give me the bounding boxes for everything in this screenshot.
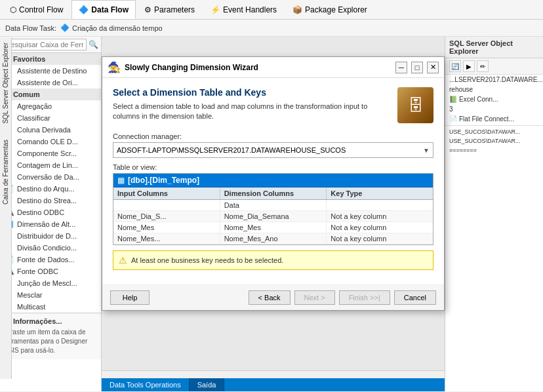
connect-button[interactable]: ▶ — [463, 60, 475, 72]
select-arrow-icon: ▼ — [423, 147, 430, 154]
dialog-body: Select a Dimension Table and Keys Select… — [102, 78, 444, 284]
conn-str-1[interactable]: USE_SUCOS\DATAWAR... — [445, 127, 543, 136]
tab-package-explorer[interactable]: 📦 Package Explorer — [285, 0, 374, 19]
sql-server-explorer-label: SQL Server Object Explorer — [449, 39, 513, 55]
table-row[interactable]: Nome_Dia_S... Nome_Dia_Semana Not a key … — [113, 211, 433, 222]
status-tab-saida[interactable]: Saída — [190, 378, 225, 391]
db-icon: 🗄 — [408, 96, 424, 115]
refresh-button[interactable]: 🔄 — [449, 60, 461, 72]
tab-event-handlers[interactable]: ⚡ Event Handlers — [203, 0, 284, 19]
toolbox-sidebar: 🔍 ▲ Favoritos → Assistente de Destino ← … — [0, 37, 102, 391]
dialog-overlay: 🧙 Slowly Changing Dimension Wizard ─ □ ✕… — [102, 37, 445, 391]
conn-str-2[interactable]: USE_SUCOS\DATAWAR... — [445, 136, 543, 146]
caixa-ferramentas-tab[interactable]: Caixa de Ferramentas — [1, 134, 10, 210]
finish-button[interactable]: Finish >>| — [339, 290, 390, 305]
sidebar-item-distribuidor[interactable]: ⤷ Distribuidor de D... — [0, 230, 101, 242]
status-tab-data-tools[interactable]: Data Tools Operations — [102, 378, 190, 391]
top-tab-bar: ⬡ Control Flow 🔷 Data Flow ⚙ Parameters … — [0, 0, 543, 20]
sidebar-item-fonte-odbc[interactable]: 🔌 Fonte ODBC — [0, 265, 101, 277]
connection-select[interactable]: ADSOFT-LAPTOP\MSSQLSERVER2017.DATAWAREHO… — [113, 142, 433, 158]
table-header: Input Columns Dimension Columns Key Type — [113, 187, 433, 200]
server-item-2[interactable]: rehouse — [445, 85, 543, 94]
sidebar-item-classificar[interactable]: ↕ Classificar — [0, 112, 101, 124]
next-button[interactable]: Next > — [294, 290, 335, 305]
back-button[interactable]: < Back — [249, 290, 291, 305]
help-button[interactable]: Help — [110, 290, 150, 305]
package-explorer-icon: 📦 — [292, 5, 302, 14]
slowly-changing-dimension-dialog: 🧙 Slowly Changing Dimension Wizard ─ □ ✕… — [102, 56, 445, 311]
right-panel: SQL Server Object Explorer 🔄 ▶ ✏ ...LSER… — [445, 37, 543, 391]
footer-left: Help — [110, 290, 245, 305]
minimize-button[interactable]: ─ — [395, 62, 407, 73]
tab-data-flow[interactable]: 🔷 Data Flow — [71, 0, 136, 19]
sidebar-item-juncao[interactable]: ⤶ Junção de Mescl... — [0, 277, 101, 289]
group-favoritos[interactable]: ▲ Favoritos — [0, 53, 101, 65]
sidebar-item-destino-arquivo[interactable]: 📄 Destino do Arqu... — [0, 183, 101, 195]
sidebar-item-fonte-dados[interactable]: 📄 Fonte de Dados... — [0, 254, 101, 265]
edit-button[interactable]: ✏ — [477, 60, 489, 72]
cancel-button[interactable]: Cancel — [394, 290, 436, 305]
horizontal-scrollbar[interactable] — [102, 370, 445, 378]
sidebar-item-contagem[interactable]: # Contagem de Lin... — [0, 159, 101, 171]
task-bar: Data Flow Task: 🔷 Criação da dimensão te… — [0, 20, 543, 37]
control-flow-icon: ⬡ — [10, 5, 16, 14]
grid-icon: ▦ — [117, 176, 125, 185]
dimension-table: ▦ [dbo].[Dim_Tempo] Input Columns Dimens… — [113, 173, 433, 245]
tab-parameters[interactable]: ⚙ Parameters — [137, 0, 202, 19]
sidebar-item-componente-scr[interactable]: # Componente Scr... — [0, 147, 101, 159]
close-button[interactable]: ✕ — [427, 62, 439, 73]
maximize-button[interactable]: □ — [411, 62, 423, 73]
warning-box: ⚠ At least one business key needs to be … — [113, 250, 433, 270]
sidebar-item-comando-ole[interactable]: ▶ Comando OLE D... — [0, 136, 101, 147]
warning-icon: ⚠ — [119, 255, 127, 265]
canvas-area: 🧙 Slowly Changing Dimension Wizard ─ □ ✕… — [102, 37, 445, 391]
data-flow-icon: 🔷 — [79, 5, 89, 14]
search-input[interactable] — [3, 39, 87, 50]
table-view-row-container: Table or view: ▦ [dbo].[Dim_Tempo] Input… — [113, 163, 433, 245]
right-panel-toolbar: 🔄 ▶ ✏ — [445, 58, 543, 75]
search-icon: 🔍 — [89, 40, 98, 49]
sidebar-item-coluna-derivada[interactable]: fx Coluna Derivada — [0, 124, 101, 136]
sidebar-item-divisao[interactable]: ⤷ Divisão Condicio... — [0, 242, 101, 254]
dialog-header-section: Select a Dimension Table and Keys Select… — [113, 87, 433, 123]
sql-server-vertical-tab[interactable]: SQL Server Object Explorer — [1, 37, 10, 129]
tab-control-flow[interactable]: ⬡ Control Flow — [3, 0, 70, 19]
sidebar-item-dimensao[interactable]: 📊 Dimensão de Alt... — [0, 218, 101, 230]
status-bar: Data Tools Operations Saída — [102, 378, 445, 391]
task-icon: 🔷 — [60, 24, 70, 32]
sidebar-item-destino-odbc[interactable]: 🔌 Destino ODBC — [0, 206, 101, 218]
info-section: ▼ Informações... Arraste um item da caix… — [0, 313, 101, 359]
right-panel-title: SQL Server Object Explorer — [445, 37, 543, 58]
event-handlers-icon: ⚡ — [211, 5, 220, 14]
sidebar-item-assistente-destino[interactable]: → Assistente de Destino — [0, 65, 101, 77]
connection-manager-row: Connection manager: ADSOFT-LAPTOP\MSSQLS… — [113, 132, 433, 158]
table-row[interactable]: Data — [113, 200, 433, 211]
flat-file-item[interactable]: 📄 Flat File Connect... — [445, 114, 543, 124]
table-row[interactable]: Nome_Mes Nome_Mes Not a key column — [113, 222, 433, 233]
main-layout: 🔍 ▲ Favoritos → Assistente de Destino ← … — [0, 37, 543, 391]
group-comum[interactable]: ▲ Comum — [0, 88, 101, 100]
left-vertical-tabs: SQL Server Object Explorer Caixa de Ferr… — [0, 37, 12, 379]
server-item-1[interactable]: ...LSERVER2017.DATAWARE... — [445, 75, 543, 85]
sidebar-item-conversao[interactable]: ↔ Conversão de Da... — [0, 171, 101, 183]
info-header[interactable]: ▼ Informações... — [4, 317, 97, 325]
dialog-header-text: Select a Dimension Table and Keys Select… — [113, 87, 390, 122]
dialog-footer: Help < Back Next > Finish >>| Cancel — [102, 284, 444, 310]
sidebar-search-bar: 🔍 — [0, 37, 101, 53]
separator — [445, 125, 543, 126]
excel-conn-item[interactable]: 📗 Excel Conn... — [445, 94, 543, 104]
parameters-icon: ⚙ — [144, 5, 151, 14]
table-row[interactable]: Nome_Mes... Nome_Mes_Ano Not a key colum… — [113, 233, 433, 245]
wizard-image: 🗄 — [397, 87, 433, 123]
wizard-icon: 🧙 — [108, 61, 121, 73]
sidebar-item-mesclar[interactable]: ⊕ Mesclar — [0, 289, 101, 301]
sidebar-item-destino-stream[interactable]: ▶ Destino do Strea... — [0, 195, 101, 206]
selected-table-row[interactable]: ▦ [dbo].[Dim_Tempo] — [113, 174, 433, 187]
sidebar-item-multicast[interactable]: ⤷ Multicast — [0, 301, 101, 313]
sidebar-item-assistente-origem[interactable]: ← Assistente de Ori... — [0, 77, 101, 88]
item-3[interactable]: 3 — [445, 104, 543, 114]
sidebar-item-agregacao[interactable]: Σ Agregação — [0, 100, 101, 112]
dialog-titlebar: 🧙 Slowly Changing Dimension Wizard ─ □ ✕ — [102, 57, 444, 78]
conn-str-3: ======== — [445, 146, 543, 155]
